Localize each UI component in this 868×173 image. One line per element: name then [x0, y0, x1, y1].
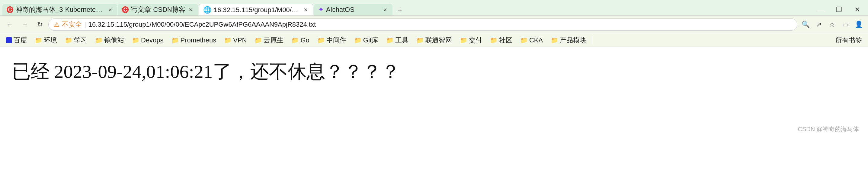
- bookmark-label-unicom: 联通智网: [425, 36, 452, 45]
- bookmark-label-env: 环境: [44, 36, 57, 45]
- url-text: 16.32.15.115/group1/M00/00/00/ECApc2UPGw…: [89, 21, 792, 28]
- bookmark-label-prometheus: Prometheus: [181, 36, 216, 44]
- folder-icon-env: 📁: [35, 36, 42, 44]
- profile-button[interactable]: 👤: [852, 18, 865, 31]
- share-button[interactable]: ↗: [812, 18, 825, 31]
- page-main-text: 已经 2023-09-24,01:06:21了，还不休息？？？？: [12, 59, 856, 84]
- security-label: 不安全: [62, 20, 82, 29]
- bookmark-label-devops: Devops: [141, 36, 164, 44]
- bookmark-delivery[interactable]: 📁 交付: [456, 34, 486, 46]
- folder-icon-study: 📁: [65, 36, 72, 44]
- address-bar-row: ← → ↻ ⚠ 不安全 | 16.32.15.115/group1/M00/00…: [0, 16, 868, 33]
- bookmark-baidu[interactable]: 百度: [2, 34, 30, 46]
- bookmark-community[interactable]: 📁 社区: [486, 34, 516, 46]
- tab-close-2[interactable]: ✕: [188, 7, 194, 13]
- csdn-icon-2: C: [122, 6, 129, 13]
- bookmark-label-go: Go: [301, 36, 309, 44]
- address-actions: 🔍 ↗ ☆ ▭ 👤: [799, 18, 865, 31]
- watermark: CSDN @神奇的海马体: [798, 125, 859, 133]
- bookmarks-bar: 百度 📁 环境 📁 学习 📁 镜像站 📁 Devops 📁 Prometheus…: [0, 33, 868, 47]
- tab-file-server[interactable]: 🌐 16.32.15.115/group1/M00/00/... ✕: [199, 4, 313, 16]
- bookmark-vpn[interactable]: 📁 VPN: [220, 35, 250, 46]
- maximize-button[interactable]: ❐: [831, 4, 847, 16]
- bookmark-unicom[interactable]: 📁 联通智网: [413, 34, 456, 46]
- tab-label-3: 16.32.15.115/group1/M00/00/...: [214, 6, 301, 14]
- minimize-button[interactable]: —: [812, 4, 829, 16]
- folder-icon-mirror: 📁: [95, 36, 103, 44]
- all-bookmarks-label: 所有书签: [835, 36, 862, 45]
- bookmark-label-tools: 工具: [395, 36, 408, 45]
- bookmark-label-product: 产品模块: [560, 36, 586, 45]
- folder-icon-git: 📁: [354, 36, 362, 44]
- bookmark-product[interactable]: 📁 产品模块: [547, 34, 590, 46]
- security-warning-icon: ⚠: [54, 21, 60, 28]
- folder-icon-vpn: 📁: [224, 36, 231, 44]
- new-tab-button[interactable]: ＋: [393, 4, 407, 16]
- bookmark-label-delivery: 交付: [469, 36, 482, 45]
- bookmark-label-middleware: 中间件: [327, 36, 346, 45]
- bookmark-label-mirror: 镜像站: [104, 36, 124, 45]
- all-bookmarks-button[interactable]: 所有书签: [832, 34, 866, 46]
- folder-icon-devops: 📁: [132, 36, 140, 44]
- bookmark-tools[interactable]: 📁 工具: [382, 34, 412, 46]
- folder-icon-prometheus: 📁: [172, 36, 179, 44]
- address-input[interactable]: ⚠ 不安全 | 16.32.15.115/group1/M00/00/00/EC…: [48, 19, 797, 31]
- bookmark-star-button[interactable]: ☆: [826, 18, 838, 31]
- bookmark-label-community: 社区: [499, 36, 513, 45]
- bookmark-prometheus[interactable]: 📁 Prometheus: [168, 35, 220, 46]
- url-separator: |: [84, 21, 86, 28]
- tab-label-4: AIchatOS: [326, 6, 354, 14]
- page-content-area: 已经 2023-09-24,01:06:21了，还不休息？？？？ CSDN @神…: [0, 47, 868, 138]
- bookmark-environment[interactable]: 📁 环境: [31, 34, 61, 46]
- bookmark-label-study: 学习: [74, 36, 87, 45]
- folder-icon-go: 📁: [291, 36, 299, 44]
- baidu-icon: [6, 37, 12, 43]
- split-view-button[interactable]: ▭: [839, 18, 852, 31]
- tab-close-1[interactable]: ✕: [107, 7, 113, 13]
- tab-bar: C 神奇的海马体_3-Kubernetes容器... ✕ C 写文章-CSDN博…: [0, 0, 868, 16]
- tab-label-1: 神奇的海马体_3-Kubernetes容器...: [16, 5, 104, 14]
- folder-icon-community: 📁: [490, 36, 498, 44]
- refresh-button[interactable]: ↻: [33, 18, 46, 31]
- folder-icon-unicom: 📁: [416, 36, 424, 44]
- bookmark-label-cka: CKA: [529, 36, 543, 44]
- folder-icon-cloud: 📁: [254, 36, 262, 44]
- ai-icon-4: ✦: [318, 6, 324, 14]
- bookmark-middleware[interactable]: 📁 中间件: [314, 34, 350, 46]
- folder-icon-cka: 📁: [520, 36, 528, 44]
- tab-close-4[interactable]: ✕: [382, 7, 388, 13]
- tab-aichatos[interactable]: ✦ AIchatOS ✕: [314, 4, 393, 16]
- bookmark-label-vpn: VPN: [233, 36, 247, 44]
- tab-close-3[interactable]: ✕: [303, 7, 309, 13]
- bookmark-go[interactable]: 📁 Go: [288, 35, 313, 46]
- bookmark-cloud-native[interactable]: 📁 云原生: [251, 34, 287, 46]
- folder-icon-tools: 📁: [386, 36, 394, 44]
- bookmark-study[interactable]: 📁 学习: [61, 34, 91, 46]
- bookmark-label-git: Git库: [363, 36, 378, 45]
- bookmark-devops[interactable]: 📁 Devops: [128, 35, 167, 46]
- window-controls: — ❐ ✕: [812, 4, 866, 16]
- bookmark-mirror[interactable]: 📁 镜像站: [91, 34, 128, 46]
- folder-icon-middleware: 📁: [317, 36, 325, 44]
- folder-icon-delivery: 📁: [460, 36, 467, 44]
- tab-write-article[interactable]: C 写文章-CSDN博客 ✕: [118, 4, 198, 16]
- forward-button[interactable]: →: [18, 18, 31, 31]
- bookmark-label-cloud: 云原生: [264, 36, 283, 45]
- bookmark-label-baidu: 百度: [13, 36, 27, 45]
- folder-icon-product: 📁: [551, 36, 558, 44]
- search-button[interactable]: 🔍: [799, 18, 812, 31]
- tab-label-2: 写文章-CSDN博客: [131, 5, 185, 14]
- tab-csdn-article[interactable]: C 神奇的海马体_3-Kubernetes容器... ✕: [2, 4, 117, 16]
- bookmark-cka[interactable]: 📁 CKA: [517, 35, 547, 46]
- close-button[interactable]: ✕: [849, 4, 866, 16]
- csdn-icon-1: C: [7, 6, 13, 13]
- back-button[interactable]: ←: [3, 18, 16, 31]
- globe-icon-3: 🌐: [203, 6, 211, 14]
- bookmark-git[interactable]: 📁 Git库: [350, 34, 382, 46]
- bookmarks-divider: [592, 36, 592, 45]
